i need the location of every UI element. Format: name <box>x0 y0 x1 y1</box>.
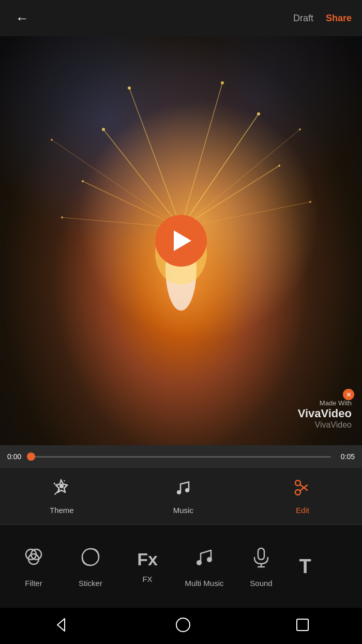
svg-line-0 <box>103 129 181 228</box>
multi-music-label: Multi Music <box>185 579 223 588</box>
svg-line-31 <box>60 480 61 484</box>
time-total: 0:05 <box>336 452 355 461</box>
svg-line-8 <box>181 129 300 228</box>
second-item-filter[interactable]: Filter <box>5 540 62 593</box>
share-button[interactable]: Share <box>326 13 352 24</box>
theme-label: Theme <box>50 506 74 515</box>
svg-line-24 <box>64 485 67 488</box>
svg-point-14 <box>309 201 311 203</box>
play-button[interactable] <box>155 215 207 267</box>
video-preview: ✕ Made With VivaVideo VivaVideo <box>0 36 362 445</box>
nav-recents-button[interactable] <box>296 619 309 633</box>
filter-label: Filter <box>25 579 42 588</box>
svg-text:✦: ✦ <box>53 481 56 486</box>
svg-point-33 <box>59 484 64 488</box>
toolbar-item-theme[interactable]: ✦ ✦ Theme <box>39 473 84 520</box>
svg-point-13 <box>278 165 280 167</box>
multi-music-icon <box>192 545 216 574</box>
second-item-sound[interactable]: Sound <box>233 540 290 593</box>
svg-point-47 <box>207 557 212 562</box>
svg-line-9 <box>52 140 181 228</box>
svg-line-7 <box>181 83 222 228</box>
svg-marker-51 <box>57 619 65 631</box>
fx-icon: Fx <box>137 549 158 569</box>
text-icon: T <box>299 555 311 578</box>
time-current: 0:00 <box>7 452 26 461</box>
second-item-sticker[interactable]: Sticker <box>62 540 119 593</box>
watermark-brand-text: VivaVideo <box>298 407 352 420</box>
sticker-icon <box>79 545 102 574</box>
main-toolbar: ✦ ✦ Theme Music Edit <box>0 468 362 525</box>
progress-track[interactable] <box>31 456 331 458</box>
svg-rect-48 <box>258 548 264 560</box>
svg-line-3 <box>181 166 279 228</box>
fx-label: FX <box>142 575 152 583</box>
svg-point-10 <box>102 128 105 131</box>
top-bar: ← Draft Share <box>0 0 362 36</box>
svg-point-19 <box>51 139 53 141</box>
back-button[interactable]: ← <box>10 5 34 32</box>
second-item-fx[interactable]: Fx FX <box>119 544 176 589</box>
watermark-brand2-text: VivaVideo <box>298 420 352 430</box>
svg-point-46 <box>197 560 202 565</box>
progress-handle[interactable] <box>27 452 35 461</box>
svg-point-16 <box>128 86 131 90</box>
svg-point-11 <box>82 180 84 182</box>
sticker-label: Sticker <box>79 579 102 588</box>
toolbar-item-music[interactable]: Music <box>163 473 204 520</box>
watermark-made-text: Made With <box>298 399 352 407</box>
toolbar-item-edit[interactable]: Edit <box>282 473 323 520</box>
svg-point-36 <box>177 490 181 494</box>
theme-icon: ✦ ✦ <box>52 478 71 502</box>
svg-point-15 <box>61 216 63 218</box>
second-item-multi-music[interactable]: Multi Music <box>176 540 233 593</box>
svg-line-2 <box>181 114 259 228</box>
svg-point-37 <box>185 488 189 492</box>
music-icon <box>173 478 193 502</box>
second-toolbar: Filter Sticker Fx FX Multi Music <box>0 525 362 608</box>
recents-square <box>296 619 309 631</box>
sound-label: Sound <box>250 579 272 588</box>
svg-point-17 <box>221 81 224 84</box>
watermark: ✕ Made With VivaVideo VivaVideo <box>298 399 352 430</box>
edit-icon <box>293 478 312 502</box>
svg-point-12 <box>257 112 260 115</box>
music-label: Music <box>173 506 193 515</box>
home-circle <box>176 618 190 632</box>
sound-icon <box>249 545 273 574</box>
svg-text:✦: ✦ <box>63 479 66 482</box>
video-container: ✕ Made With VivaVideo VivaVideo <box>0 36 362 445</box>
svg-point-18 <box>299 128 301 130</box>
play-icon <box>174 230 191 251</box>
second-item-text[interactable]: T <box>290 550 321 583</box>
top-actions: Draft Share <box>293 13 352 24</box>
svg-line-6 <box>129 88 181 228</box>
watermark-close-button[interactable]: ✕ <box>343 389 354 400</box>
bottom-nav <box>0 608 362 644</box>
draft-button[interactable]: Draft <box>293 13 313 24</box>
filter-icon <box>22 545 46 574</box>
nav-back-button[interactable] <box>53 617 70 635</box>
edit-label: Edit <box>296 506 309 515</box>
progress-bar[interactable]: 0:00 0:05 <box>0 445 362 468</box>
nav-home-button[interactable] <box>176 618 190 634</box>
